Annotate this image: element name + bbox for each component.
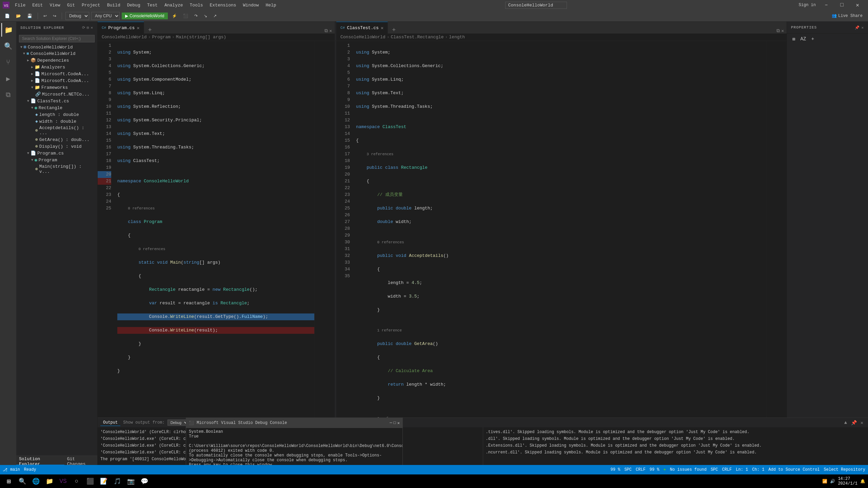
solution-explorer-tab[interactable]: Solution Explorer (16, 456, 64, 465)
taskbar-edge[interactable]: 🌐 (30, 475, 42, 487)
prop-sort-by-cat-icon[interactable]: ⊞ (790, 35, 798, 43)
menu-view[interactable]: View (47, 2, 63, 8)
minimize-button[interactable]: – (818, 0, 834, 10)
attach-button[interactable]: ⚡ (170, 13, 179, 19)
tree-item-main[interactable]: ⊕ Main(string[]) : v... (16, 163, 97, 175)
explorer-icon[interactable]: 📁 (1, 23, 15, 37)
step-into-button[interactable]: ↘ (202, 13, 209, 19)
bp-up-icon[interactable]: ▲ (842, 419, 849, 426)
tree-item-program[interactable]: ▼ ◉ Program (16, 157, 97, 163)
tree-item-programcs[interactable]: ▼ 📄 Program.cs (16, 150, 97, 157)
taskbar-app1[interactable]: 📝 (98, 475, 110, 487)
taskbar-search[interactable]: 🔍 (16, 475, 28, 487)
debug-console-close[interactable]: ✕ (397, 421, 400, 426)
code-content-right[interactable]: using System; using System.Collections.G… (353, 41, 766, 418)
tab-classtest-close[interactable]: ✕ (381, 25, 383, 31)
split-editor-icon[interactable]: ⧉ (324, 28, 328, 34)
menu-help[interactable]: Help (263, 2, 279, 8)
platform-dropdown[interactable]: Any CPU (91, 12, 120, 20)
menu-build[interactable]: Build (104, 2, 123, 8)
tree-item-length[interactable]: ◈ length : double (16, 111, 97, 118)
bp-close-icon[interactable]: ✕ (859, 419, 865, 426)
live-share-button[interactable]: 👥 Live Share (829, 13, 865, 19)
tree-item-width[interactable]: ◈ width : double (16, 118, 97, 125)
tab-classtest-cs[interactable]: C# ClassTest.cs ✕ (336, 22, 388, 34)
menu-window[interactable]: Window (240, 2, 262, 8)
git-changes-tab[interactable]: Git Changes (64, 456, 97, 465)
debug-activity-icon[interactable]: ▶ (1, 72, 15, 85)
menu-git[interactable]: Git (64, 2, 78, 8)
menu-tools[interactable]: Tools (187, 2, 206, 8)
close-editor-icon[interactable]: ✕ (329, 28, 332, 34)
new-tab-button[interactable]: + (145, 27, 155, 34)
code-content-left[interactable]: using System; using System.Collections.G… (115, 41, 314, 418)
menu-test[interactable]: Test (144, 2, 160, 8)
sidebar-sync-icon[interactable]: ⟳ (82, 25, 85, 30)
search-icon[interactable]: 🔍 (1, 39, 15, 53)
start-button[interactable]: ⊞ (3, 475, 15, 487)
redo-button[interactable]: ↪ (51, 13, 58, 19)
bp-pin-icon[interactable]: 📌 (850, 419, 857, 426)
menu-extensions[interactable]: Extensions (207, 2, 239, 8)
tree-item-dependencies[interactable]: ▶ 📦 Dependencies (16, 57, 97, 64)
sidebar-filter-icon[interactable]: ⊟ (87, 25, 90, 30)
status-zoom-left[interactable]: 99 % (611, 467, 620, 472)
menu-project[interactable]: Project (79, 2, 103, 8)
tab-program-close[interactable]: ✕ (137, 25, 139, 31)
status-zoom-right[interactable]: 99 % (650, 467, 659, 472)
menu-analyze[interactable]: Analyze (162, 2, 186, 8)
new-tab-right-button[interactable]: + (389, 27, 398, 34)
tree-item-acceptdetails[interactable]: ⊕ Acceptdetails() : ... (16, 125, 97, 136)
close-button[interactable]: ✕ (850, 0, 865, 10)
taskbar-terminal[interactable]: ⬛ (84, 475, 96, 487)
step-out-button[interactable]: ↗ (211, 13, 219, 19)
taskbar-app2[interactable]: 🎵 (111, 475, 123, 487)
prop-sort-alpha-icon[interactable]: AZ (799, 35, 807, 43)
tree-item-project[interactable]: ▼ ■ ConsoleHelloWorld (16, 50, 97, 57)
debug-console-minimize[interactable]: ─ (390, 421, 392, 426)
tree-item-display[interactable]: ⊕ Display() : void (16, 143, 97, 150)
status-issues[interactable]: No issues found (670, 467, 707, 472)
config-dropdown[interactable]: Debug (65, 12, 89, 20)
taskbar-chrome[interactable]: ○ (71, 475, 83, 487)
prop-add-icon[interactable]: + (809, 35, 817, 43)
undo-button[interactable]: ↩ (41, 13, 49, 19)
output-tab[interactable]: Output (100, 420, 120, 426)
tree-item-rectangle[interactable]: ▼ ◉ Rectangle (16, 104, 97, 111)
taskbar-vs[interactable]: VS (57, 475, 69, 487)
taskbar-explorer[interactable]: 📁 (43, 475, 56, 487)
close-editor-right-icon[interactable]: ✕ (781, 28, 784, 34)
tree-item-netco[interactable]: 🔗 Microsoft.NETCo... (16, 91, 97, 98)
menu-edit[interactable]: Edit (29, 2, 45, 8)
step-over-button[interactable]: ↷ (192, 13, 200, 19)
add-to-source-control-label[interactable]: Add to Source Control (768, 467, 820, 472)
select-repository-label[interactable]: Select Repository (824, 467, 865, 472)
sign-in[interactable]: Sign in (799, 3, 816, 7)
run-button[interactable]: ▶ ConsoleHelloWorld (122, 13, 168, 19)
git-icon[interactable]: ⑂ (1, 56, 15, 69)
menu-file[interactable]: File (12, 2, 28, 8)
save-button[interactable]: 💾 (25, 13, 34, 19)
tree-item-frameworks[interactable]: ▼ 📁 Frameworks (16, 84, 97, 91)
props-close-icon[interactable]: ✕ (861, 25, 864, 30)
taskbar-app4[interactable]: 💬 (138, 475, 151, 487)
git-branch-name[interactable]: main (10, 467, 20, 472)
tree-item-solution[interactable]: ▼ ⊞ ConsoleHelloWorld (16, 44, 97, 50)
tree-item-analyzers[interactable]: ▶ 📁 Analyzers (16, 64, 97, 70)
props-pin-icon[interactable]: 📌 (855, 25, 860, 30)
maximize-button[interactable]: □ (834, 0, 850, 10)
stop-button[interactable]: ⬛ (181, 13, 190, 19)
tree-item-classtest[interactable]: ▼ 📄 ClassTest.cs (16, 98, 97, 104)
menu-debug[interactable]: Debug (124, 2, 143, 8)
debug-console-maximize[interactable]: □ (394, 421, 396, 426)
tree-item-ms2[interactable]: ▶ 📄 Microsoft.CodeA... (16, 77, 97, 84)
sidebar-search-input[interactable] (19, 35, 95, 42)
taskbar-app3[interactable]: 📷 (125, 475, 137, 487)
split-editor-right-icon[interactable]: ⧉ (776, 28, 780, 34)
new-project-button[interactable]: 📄 (3, 13, 12, 19)
open-button[interactable]: 📂 (14, 13, 23, 19)
tree-item-getarea[interactable]: ⊕ GetArea() : doub... (16, 136, 97, 143)
tab-program-cs[interactable]: C# Program.cs ✕ (98, 22, 144, 34)
extensions-icon[interactable]: ⧉ (1, 88, 15, 102)
sidebar-close-icon[interactable]: ✕ (91, 25, 93, 30)
